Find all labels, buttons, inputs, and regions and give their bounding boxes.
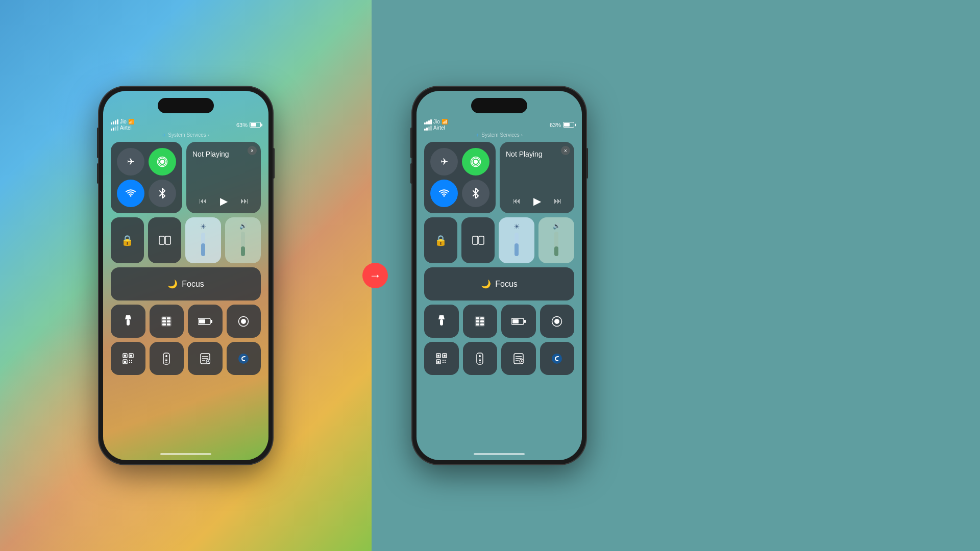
- volume-down-button[interactable]: [97, 163, 99, 184]
- screen-mirror-button-right[interactable]: [461, 217, 495, 263]
- svg-point-72: [479, 355, 481, 357]
- svg-rect-27: [129, 362, 130, 363]
- focus-button-right[interactable]: 🌙 Focus: [424, 267, 574, 300]
- svg-rect-54: [476, 323, 479, 325]
- brightness-slider-right[interactable]: ☀: [499, 217, 534, 263]
- power-button[interactable]: [273, 148, 275, 179]
- focus-button-left[interactable]: 🌙 Focus: [111, 267, 261, 300]
- svg-rect-15: [199, 319, 205, 323]
- second-row-left: 🔒 ☀: [111, 217, 261, 263]
- forward-button-right[interactable]: ⏭: [554, 196, 562, 206]
- home-indicator-right: [474, 453, 525, 455]
- svg-point-60: [554, 319, 559, 324]
- status-right-right: 63%: [550, 122, 574, 128]
- power-button-right[interactable]: [586, 148, 588, 179]
- dynamic-island-right: [471, 98, 527, 113]
- svg-rect-10: [162, 320, 166, 322]
- brightness-slider-left[interactable]: ☀: [185, 217, 221, 263]
- volume-down-button-right[interactable]: [410, 163, 412, 184]
- arrow-circle: →: [362, 263, 388, 288]
- shazam-button-left[interactable]: [227, 342, 261, 375]
- focus-row-left: 🌙 Focus: [111, 267, 261, 300]
- svg-rect-64: [437, 355, 439, 357]
- airplane-mode-button-right[interactable]: ✈: [430, 148, 458, 176]
- bluetooth-button-right[interactable]: [462, 180, 489, 207]
- flashlight-button-left[interactable]: [111, 305, 145, 338]
- svg-rect-6: [127, 319, 130, 325]
- svg-rect-48: [440, 319, 443, 325]
- svg-point-42: [474, 160, 478, 164]
- arrow-container: →: [362, 263, 388, 288]
- media-controls-left: ⏮ ▶ ⏭: [192, 195, 255, 207]
- volume-up-button[interactable]: [97, 138, 99, 158]
- battery-saver-button-right[interactable]: [501, 305, 536, 338]
- screen-mirror-button-left[interactable]: [148, 217, 181, 263]
- svg-rect-22: [124, 355, 126, 357]
- volume-slider-right[interactable]: 🔊: [538, 217, 574, 263]
- signal-bars-jio: [111, 119, 118, 124]
- qr-scanner-button-right[interactable]: [424, 342, 459, 375]
- svg-rect-26: [131, 360, 132, 361]
- bluetooth-button-left[interactable]: [149, 180, 176, 207]
- cellular-button-right[interactable]: [462, 148, 489, 176]
- system-services-left[interactable]: ✈ System Services ›: [103, 132, 268, 138]
- cellular-button-left[interactable]: [149, 148, 176, 176]
- svg-rect-53: [480, 320, 484, 322]
- right-arrow-icon: →: [369, 268, 381, 283]
- svg-rect-51: [480, 317, 484, 319]
- icon-row-1-right: [424, 305, 574, 338]
- svg-rect-55: [480, 323, 484, 325]
- svg-point-45: [444, 195, 445, 197]
- calculator-button-left[interactable]: [150, 305, 184, 338]
- svg-rect-65: [444, 355, 446, 357]
- calculator-button-right[interactable]: [463, 305, 498, 338]
- control-center-right: ✈: [424, 142, 574, 379]
- system-services-right[interactable]: ✈ System Services ›: [416, 132, 582, 138]
- media-controls-right: ⏮ ▶ ⏭: [506, 195, 568, 207]
- forward-button-left[interactable]: ⏭: [240, 196, 249, 206]
- left-panel: Jio 📶 Airtel 63%: [0, 0, 372, 551]
- volume-up-button-right[interactable]: [410, 138, 412, 158]
- iphone-right: Jio 📶 Airtel 63%: [412, 87, 586, 464]
- focus-row-right: 🌙 Focus: [424, 267, 574, 300]
- play-button-left[interactable]: ▶: [220, 195, 228, 207]
- shazam-button-right[interactable]: [540, 342, 575, 375]
- play-button-right[interactable]: ▶: [533, 195, 541, 207]
- lock-rotation-button-left[interactable]: 🔒: [111, 217, 144, 263]
- connectivity-block-left: ✈: [111, 142, 182, 213]
- media-close-right[interactable]: ×: [561, 146, 570, 155]
- svg-rect-57: [512, 319, 519, 323]
- media-close-left[interactable]: ×: [248, 146, 257, 155]
- screen-record-button-left[interactable]: [227, 305, 261, 338]
- svg-rect-70: [445, 362, 446, 363]
- media-not-playing-right: Not Playing: [506, 150, 568, 158]
- wifi-button-right[interactable]: [430, 180, 458, 207]
- iphone-left: Jio 📶 Airtel 63%: [99, 87, 273, 464]
- battery-icon-right: [563, 122, 574, 128]
- airplane-mode-button-left[interactable]: ✈: [117, 148, 144, 176]
- notes-button-left[interactable]: [188, 342, 223, 375]
- connectivity-block-right: ✈: [424, 142, 496, 213]
- remote-button-left[interactable]: [150, 342, 184, 375]
- svg-rect-32: [165, 360, 167, 361]
- qr-scanner-button-left[interactable]: [111, 342, 145, 375]
- svg-rect-50: [476, 317, 479, 319]
- signal-bars-jio-right: [424, 119, 432, 124]
- status-right-left: 63%: [236, 122, 261, 128]
- volume-slider-left[interactable]: 🔊: [225, 217, 261, 263]
- wifi-button-left[interactable]: [117, 180, 144, 207]
- moon-icon-left: 🌙: [167, 279, 178, 289]
- remote-button-right[interactable]: [463, 342, 498, 375]
- rewind-button-right[interactable]: ⏮: [512, 196, 521, 206]
- screen-record-button-right[interactable]: [540, 305, 575, 338]
- svg-point-3: [130, 195, 132, 197]
- lock-rotation-button-right[interactable]: 🔒: [424, 217, 457, 263]
- flashlight-button-right[interactable]: [424, 305, 459, 338]
- svg-rect-68: [445, 360, 446, 361]
- notes-button-right[interactable]: [501, 342, 536, 375]
- signal-bars-airtel-right: [424, 126, 432, 131]
- svg-rect-74: [479, 360, 481, 361]
- battery-saver-button-left[interactable]: [188, 305, 223, 338]
- svg-rect-58: [524, 320, 526, 323]
- rewind-button-left[interactable]: ⏮: [199, 196, 207, 206]
